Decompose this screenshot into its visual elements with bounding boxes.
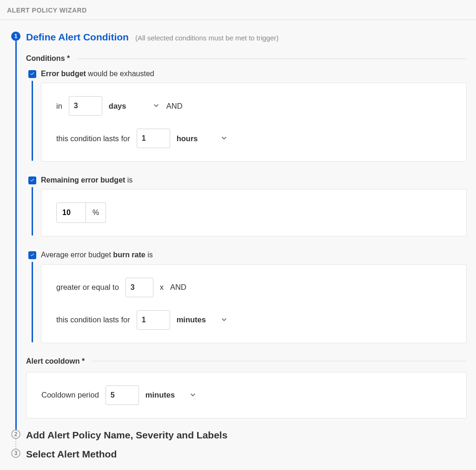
error-budget-label-rest: would be exhausted [88,70,154,78]
error-budget-checkbox[interactable] [28,70,36,78]
condition-connector [32,187,33,235]
condition-connector [32,262,33,342]
remaining-budget-percent-group: % [56,202,106,223]
burn-rate-label-bold: burn rate [113,251,145,259]
conditions-section-label: Conditions * [26,54,70,63]
chevron-down-icon [220,135,228,142]
chevron-down-icon [152,102,160,110]
gte-label: greater or equal to [56,283,119,292]
step-2-number: 2 [14,431,18,437]
step-2-gutter: 2 [7,430,25,449]
chevron-down-icon [220,316,228,324]
and-label: AND [170,283,186,292]
divider [77,59,467,59]
remaining-budget-label-bold: Remaining error budget [41,176,125,184]
step-2-title[interactable]: Add Alert Policy Name, Severity and Labe… [26,430,467,440]
step-3-title[interactable]: Select Alert Method [26,449,467,459]
page-header: ALERT POLICY WIZARD [0,0,476,20]
cooldown-unit-select[interactable]: minutes [145,391,197,399]
step-1-number: 1 [14,33,18,39]
step-3-badge[interactable]: 3 [11,449,20,458]
check-icon [30,72,35,77]
burn-rate-checkbox[interactable] [28,251,36,259]
x-label: x [160,283,164,292]
check-icon [30,253,35,258]
burn-rate-value-input[interactable] [126,278,153,297]
remaining-budget-input[interactable] [57,203,86,222]
cooldown-value-input[interactable] [106,385,139,405]
step-1-title: Define Alert Condition [26,32,129,42]
cooldown-label: Cooldown period [41,391,99,399]
unit-select-label: hours [177,134,198,143]
lasts-label: this condition lasts for [56,134,130,143]
unit-select-label: minutes [177,315,206,324]
lasts-label: this condition lasts for [56,315,130,324]
error-budget-lasts-input[interactable] [137,129,170,148]
error-budget-days-unit-select[interactable]: days [109,102,160,111]
step-2-badge[interactable]: 2 [11,430,20,439]
page-title: ALERT POLICY WIZARD [7,7,87,14]
step-1-connector [15,41,17,430]
error-budget-days-input[interactable] [69,96,102,116]
burn-rate-label-pre: Average error budget [41,251,113,259]
in-label: in [56,102,62,111]
unit-select-label: minutes [145,391,175,399]
step-1-subtitle: (All selected conditions must be met to … [135,34,278,42]
check-icon [30,178,35,183]
step-2-connector [15,439,16,449]
error-budget-label: Error budget would be exhausted [41,69,467,78]
burn-rate-lasts-input[interactable] [137,310,170,330]
unit-select-label: days [109,102,126,111]
step-1-badge: 1 [11,32,20,41]
burn-rate-label: Average error budget burn rate is [41,250,467,259]
error-budget-label-bold: Error budget [41,70,86,78]
burn-rate-lasts-unit-select[interactable]: minutes [177,315,228,324]
and-label: AND [166,102,183,111]
step-3-gutter: 3 [7,449,25,468]
remaining-budget-label: Remaining error budget is [41,176,467,184]
error-budget-lasts-unit-select[interactable]: hours [177,134,228,143]
step-1-gutter: 1 [7,32,25,430]
condition-connector [32,81,33,161]
step-3-number: 3 [14,450,18,457]
cooldown-section-label: Alert cooldown * [26,357,85,366]
chevron-down-icon [189,392,197,399]
percent-suffix: % [86,203,106,222]
burn-rate-label-rest: is [145,251,153,259]
divider [92,361,467,361]
remaining-budget-checkbox[interactable] [28,176,36,184]
remaining-budget-label-rest: is [127,176,133,184]
